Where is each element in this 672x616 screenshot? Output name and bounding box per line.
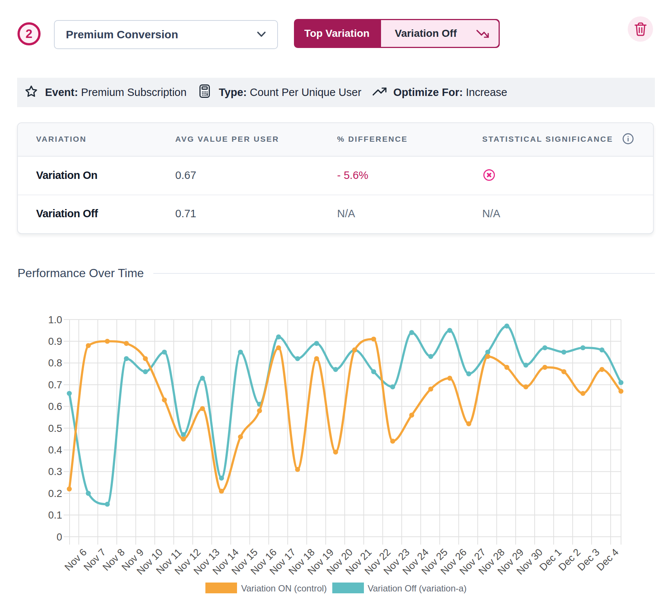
svg-text:Dec 4: Dec 4 [594, 546, 621, 573]
svg-text:0.8: 0.8 [48, 357, 62, 369]
svg-text:0.1: 0.1 [48, 510, 62, 521]
svg-text:0: 0 [57, 532, 62, 543]
svg-text:0.2: 0.2 [48, 488, 62, 499]
svg-text:Variation ON (control): Variation ON (control) [241, 583, 327, 593]
svg-text:0.9: 0.9 [48, 336, 62, 347]
svg-text:0.6: 0.6 [48, 401, 62, 412]
svg-text:1.0: 1.0 [48, 314, 62, 325]
svg-text:0.3: 0.3 [48, 466, 62, 477]
svg-text:Variation Off (variation-a): Variation Off (variation-a) [368, 583, 467, 593]
svg-text:0.5: 0.5 [48, 423, 62, 434]
svg-text:0.4: 0.4 [48, 445, 62, 456]
svg-text:0.7: 0.7 [48, 379, 62, 391]
